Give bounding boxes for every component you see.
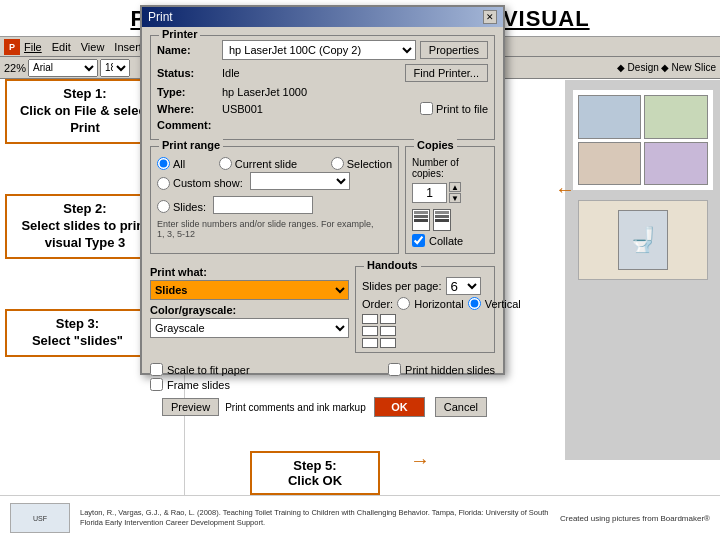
slides-radio[interactable] — [157, 200, 170, 213]
hidden-slides-label: Print hidden slides — [405, 364, 495, 376]
scale-checkbox[interactable] — [150, 363, 163, 376]
layout-cell-2 — [380, 314, 396, 324]
menu-insert[interactable]: Insert — [114, 41, 142, 53]
scale-checkbox-row: Scale to fit paper Print hidden slides — [150, 363, 495, 376]
layout-row-3 — [362, 338, 488, 348]
slides-per-page-label: Slides per page: — [362, 280, 442, 292]
properties-button[interactable]: Properties — [420, 41, 488, 59]
printer-type-row: Type: hp LaserJet 1000 — [157, 86, 488, 98]
layout-icons — [362, 314, 488, 348]
current-slide-radio[interactable] — [219, 157, 232, 170]
all-radio-row: All Current slide Selection — [157, 157, 392, 170]
copies-up[interactable]: ▲ — [449, 182, 461, 192]
custom-show-radio[interactable] — [157, 177, 170, 190]
collate-icon-1 — [412, 209, 430, 231]
menu-view[interactable]: View — [81, 41, 105, 53]
vertical-radio[interactable] — [468, 297, 481, 310]
all-label: All — [173, 158, 185, 170]
custom-show-row: Custom show: — [157, 172, 392, 194]
copies-spinners: ▲ ▼ — [449, 182, 461, 203]
selection-radio[interactable] — [331, 157, 344, 170]
slides-per-page-select[interactable]: 6 1 2 3 4 9 — [446, 277, 481, 295]
collate-checkbox[interactable] — [412, 234, 425, 247]
copies-input[interactable] — [412, 183, 447, 203]
step5-arrow: → — [410, 449, 430, 472]
printer-select[interactable]: hp LaserJet 100C (Copy 2) — [222, 40, 416, 60]
potty-emoji: 🚽 — [628, 226, 658, 254]
menu-edit[interactable]: Edit — [52, 41, 71, 53]
custom-show-select[interactable] — [250, 172, 350, 190]
type-label: Type: — [157, 86, 222, 98]
copies-input-row: ▲ ▼ — [412, 182, 488, 203]
step2-label: Step 2: — [63, 201, 106, 216]
order-label: Order: — [362, 298, 393, 310]
options-section: Scale to fit paper Print hidden slides F… — [150, 363, 495, 391]
print-dialog-titlebar: Print ✕ — [142, 7, 503, 27]
selection-label: Selection — [347, 158, 392, 170]
ok-button[interactable]: OK — [374, 397, 425, 417]
collate-checkbox-row: Collate — [412, 234, 488, 247]
slide-thumb-panel: 🚽 — [565, 80, 720, 460]
print-dialog: Print ✕ Printer Name: hp LaserJet 100C (… — [140, 5, 505, 375]
print-what-select[interactable]: Slides — [150, 280, 349, 300]
layout-row-1 — [362, 314, 488, 324]
all-radio[interactable] — [157, 157, 170, 170]
current-slide-label: Current slide — [235, 158, 297, 170]
print-range-group: Print range All Current slide Selection … — [150, 146, 399, 254]
slides-radio-row: Slides: — [157, 196, 392, 217]
status-label: Status: — [157, 67, 222, 79]
thumb-4 — [644, 142, 708, 186]
app-icon: P — [4, 39, 20, 55]
footer-right: OK Cancel — [374, 397, 487, 417]
print-to-file-checkbox[interactable] — [420, 102, 433, 115]
layout-cell-6 — [380, 338, 396, 348]
slides-hint: Enter slide numbers and/or slide ranges.… — [157, 219, 392, 239]
thumb-2 — [644, 95, 708, 139]
footer: USF Layton, R., Vargas, G.J., & Rao, L. … — [0, 495, 720, 540]
printer-status-row: Status: Idle Find Printer... — [157, 64, 488, 82]
frame-checkbox[interactable] — [150, 378, 163, 391]
hidden-slides-checkbox[interactable] — [388, 363, 401, 376]
copies-down[interactable]: ▼ — [449, 193, 461, 203]
slides-input[interactable] — [213, 196, 313, 214]
find-printer-button[interactable]: Find Printer... — [405, 64, 488, 82]
step5-box: Step 5: Click OK — [250, 451, 380, 495]
range-copies-row: Print range All Current slide Selection … — [150, 146, 495, 260]
footer-credit: Layton, R., Vargas, G.J., & Rao, L. (200… — [70, 508, 560, 529]
toolbar-new-slide[interactable]: ◆ New Slice — [661, 62, 716, 73]
layout-row-2 — [362, 326, 488, 336]
footer-boardmaker: Created using pictures from Boardmaker® — [560, 514, 710, 523]
print-dialog-close-button[interactable]: ✕ — [483, 10, 497, 24]
copies-number-label: Number of copies: — [412, 157, 488, 179]
toolbar-size[interactable]: 18 — [100, 59, 130, 77]
slides-label: Slides: — [173, 201, 206, 213]
toolbar-design[interactable]: ◆ Design — [617, 62, 659, 73]
menu-file[interactable]: File — [24, 41, 42, 53]
toolbar-font[interactable]: Arial — [28, 59, 98, 77]
layout-cell-5 — [362, 338, 378, 348]
horizontal-label: Horizontal — [414, 298, 464, 310]
thumb-3 — [578, 142, 642, 186]
printer-name-box: hp LaserJet 100C (Copy 2) — [222, 40, 416, 60]
color-select[interactable]: Grayscale — [150, 318, 349, 338]
print-what-handouts-row: Print what: Slides Color/grayscale: Gray… — [150, 266, 495, 359]
step1-text: Click on File & select Print — [20, 103, 150, 135]
layout-cell-3 — [362, 326, 378, 336]
order-row: Order: Horizontal Vertical — [362, 297, 488, 310]
preview-button[interactable]: Preview — [162, 398, 219, 416]
horizontal-radio[interactable] — [397, 297, 410, 310]
cancel-button[interactable]: Cancel — [435, 397, 487, 417]
copies-label: Copies — [414, 139, 457, 151]
bottom-thumb: 🚽 — [578, 200, 708, 280]
status-value: Idle — [222, 67, 240, 79]
step3-box: Step 3: Select "slides" — [5, 309, 150, 357]
type-value: hp LaserJet 1000 — [222, 86, 307, 98]
frame-label: Frame slides — [167, 379, 230, 391]
printer-name-row: Name: hp LaserJet 100C (Copy 2) Properti… — [157, 40, 488, 60]
print-comments-label: Print comments and ink markup — [225, 402, 366, 413]
handouts-group: Handouts Slides per page: 6 1 2 3 4 9 — [355, 266, 495, 353]
potty-icon: 🚽 — [618, 210, 668, 270]
collate-label: Collate — [429, 235, 463, 247]
frame-checkbox-row: Frame slides — [150, 378, 495, 391]
print-what-section: Print what: Slides Color/grayscale: Gray… — [150, 266, 349, 359]
